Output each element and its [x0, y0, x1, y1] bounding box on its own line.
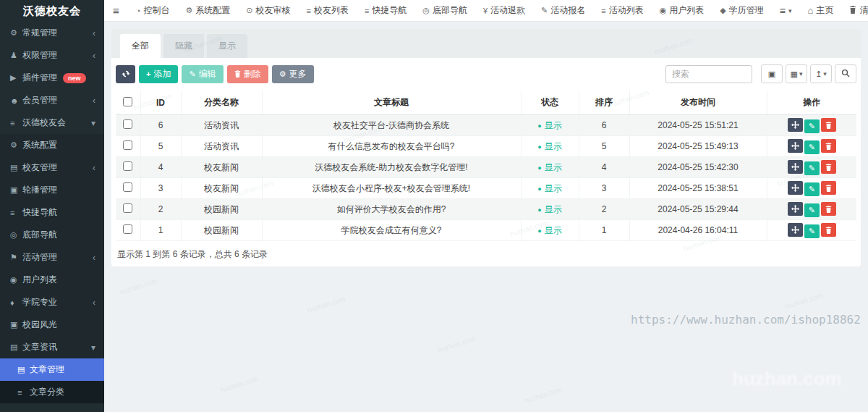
row-edit-button[interactable]: ✎: [804, 203, 820, 217]
tab-hidden[interactable]: 隐藏: [163, 34, 204, 58]
sidebar-item-user-list[interactable]: ◉用户列表: [0, 269, 104, 291]
file-text-icon: ▤: [10, 342, 22, 352]
select-all-checkbox[interactable]: [123, 97, 132, 106]
topnav-item-label: 学历管理: [729, 4, 764, 17]
row-checkbox[interactable]: [123, 182, 132, 192]
gear-icon: ⚙: [279, 70, 286, 79]
delete-button[interactable]: 删除: [227, 65, 268, 83]
sidebar-item-alumni-mgmt[interactable]: ▤校友管理‹: [0, 156, 104, 179]
plus-icon: +: [146, 70, 150, 78]
pencil-icon: ✎: [189, 70, 195, 79]
row-checkbox[interactable]: [123, 119, 132, 129]
edit-button[interactable]: ✎ 编辑: [182, 65, 223, 83]
row-checkbox[interactable]: [123, 161, 132, 171]
home-icon: ⌂: [808, 5, 814, 16]
cogs-icon: ⚙: [10, 28, 22, 38]
sidebar-item-college-major[interactable]: ♦学院专业‹: [0, 291, 104, 314]
row-status-cell: ●显示: [521, 136, 579, 157]
clear-cache-button[interactable]: 清除缓存: [841, 0, 868, 22]
row-delete-button[interactable]: [821, 223, 836, 237]
toggle-search-button[interactable]: ▣: [761, 64, 783, 83]
list-icon: ≡: [307, 7, 311, 15]
sidebar-item-campus-scenery[interactable]: ▣校园风光: [0, 314, 104, 336]
sidebar-item-general-mgmt[interactable]: ⚙常规管理‹: [0, 22, 104, 44]
topnav-item-alumni-list[interactable]: ≡校友列表: [299, 0, 357, 22]
main-content: 全部 隐藏 显示 + 添加 ✎ 编辑: [104, 22, 868, 412]
row-edit-button[interactable]: ✎: [804, 224, 820, 238]
row-edit-button[interactable]: ✎: [804, 161, 820, 175]
topnav-item-label: 活动报名: [550, 4, 585, 17]
sidebar-item-event-mgmt[interactable]: ⚑活动管理‹: [0, 246, 104, 269]
sidebar-item-permission-mgmt[interactable]: ♟权限管理‹: [0, 44, 104, 67]
row-checkbox[interactable]: [123, 203, 132, 213]
columns-button[interactable]: ▦▾: [786, 64, 807, 83]
tab-shown[interactable]: 显示: [207, 34, 247, 58]
tab-all[interactable]: 全部: [120, 34, 161, 58]
top-navbar: ≡ ◔控制台⚙系统配置⊙校友审核≡校友列表≡快捷导航◎底部导航¥活动退款✎活动报…: [104, 0, 868, 22]
trash-icon: [234, 70, 241, 77]
list-icon: ≡: [601, 7, 605, 15]
row-id: 3: [140, 178, 181, 199]
sidebar-item-label: 插件管理: [22, 72, 57, 84]
sidebar-item-article-mgmt[interactable]: ▤文章管理: [0, 358, 104, 381]
row-drag-button[interactable]: [788, 181, 803, 195]
sidebar-item-carousel-mgmt[interactable]: ▣轮播管理: [0, 179, 104, 201]
row-delete-button[interactable]: [821, 139, 836, 153]
watermark-tile: huzhan.com: [119, 277, 158, 296]
topnav-item-quick-nav[interactable]: ≡快捷导航: [357, 0, 414, 22]
row-checkbox[interactable]: [123, 140, 132, 150]
sidebar-item-bottom-nav[interactable]: ◎底部导航: [0, 224, 104, 246]
topnav-item-system-config[interactable]: ⚙系统配置: [177, 0, 238, 22]
sidebar-item-member-mgmt[interactable]: ☻会员管理‹: [0, 89, 104, 112]
topnav-item-event-list[interactable]: ≡活动列表: [593, 0, 651, 22]
topnav-item-event-refund[interactable]: ¥活动退款: [475, 0, 533, 22]
sidebar-item-system-config[interactable]: ⚙系统配置: [0, 134, 104, 156]
watermark-tile: huzhan.com: [437, 335, 477, 354]
table-row: 3校友新闻沃德校友会小程序-校友+校友会管理系统!●显示32024-05-25 …: [116, 178, 856, 199]
topnav-item-bottom-nav[interactable]: ◎底部导航: [414, 0, 475, 22]
topnav-item-event-signup[interactable]: ✎活动报名: [533, 0, 593, 22]
search-button[interactable]: [835, 64, 856, 83]
row-time: 2024-05-25 15:29:44: [629, 199, 767, 220]
search-input[interactable]: [665, 65, 752, 83]
add-button[interactable]: + 添加: [139, 65, 178, 83]
yen-icon: ¥: [483, 7, 488, 15]
home-button[interactable]: ⌂ 主页: [800, 0, 842, 22]
row-drag-button[interactable]: [788, 139, 803, 153]
hamburger-icon[interactable]: ≡: [104, 4, 128, 17]
sidebar-item-plugin-mgmt[interactable]: ▶插件管理new: [0, 67, 104, 89]
row-title: 如何评价大学校友会的作用?: [262, 199, 521, 220]
row-drag-button[interactable]: [788, 160, 803, 174]
row-drag-button[interactable]: [788, 118, 803, 132]
table-toolbar: + 添加 ✎ 编辑 删除 ⚙ 更多: [116, 64, 856, 83]
more-button[interactable]: ⚙ 更多: [272, 65, 314, 83]
export-button[interactable]: ↥▾: [810, 64, 832, 83]
status-badge: ●显示: [537, 204, 561, 214]
row-delete-button[interactable]: [821, 118, 836, 132]
circle-icon: ◎: [10, 230, 22, 240]
row-delete-button[interactable]: [821, 160, 836, 174]
refresh-button[interactable]: [116, 65, 135, 83]
row-drag-button[interactable]: [788, 202, 803, 216]
export-icon: ↥: [815, 70, 822, 79]
row-edit-button[interactable]: ✎: [804, 182, 820, 196]
row-delete-button[interactable]: [821, 181, 836, 195]
sidebar-item-alumni-app[interactable]: ≡沃德校友会▾: [0, 112, 104, 134]
row-drag-button[interactable]: [788, 223, 803, 237]
sidebar-item-article-news[interactable]: ▤文章资讯▾: [0, 336, 104, 358]
status-dot-icon: ●: [537, 122, 541, 130]
article-table: ID 分类名称 文章标题 状态 排序 发布时间 操作 6活动资讯校友社交平台-沃…: [116, 91, 856, 241]
status-dot-icon: ●: [537, 164, 541, 172]
topnav-item-user-list[interactable]: ◉用户列表: [652, 0, 712, 22]
topnav-item-education-mgmt[interactable]: ◆学历管理: [712, 0, 771, 22]
row-edit-button[interactable]: ✎: [804, 119, 820, 133]
row-delete-button[interactable]: [821, 202, 836, 216]
topnav-item-console[interactable]: ◔控制台: [128, 0, 178, 22]
row-edit-button[interactable]: ✎: [804, 140, 820, 154]
sidebar-item-quick-nav[interactable]: ≡快捷导航: [0, 201, 104, 224]
sidebar-item-article-category[interactable]: ≡文章分类: [0, 381, 104, 403]
nav-more-dropdown[interactable]: ≡ ▾: [772, 0, 800, 22]
row-checkbox-cell: [116, 220, 140, 241]
row-checkbox[interactable]: [123, 224, 132, 234]
topnav-item-alumni-audit[interactable]: ⊙校友审核: [238, 0, 298, 22]
